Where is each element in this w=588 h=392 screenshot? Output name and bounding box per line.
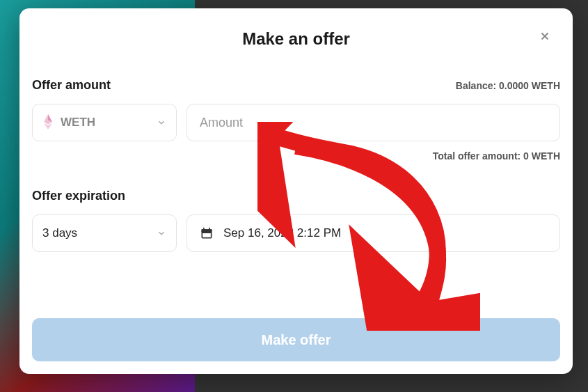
weth-icon: [42, 114, 54, 131]
svg-rect-4: [202, 233, 211, 237]
calendar-icon: [200, 226, 214, 240]
offer-amount-row: WETH: [32, 104, 560, 141]
offer-expiration-row: 3 days Sep 16, 2022 2:12 PM: [32, 214, 560, 252]
date-text: Sep 16, 2022 2:12 PM: [223, 226, 341, 240]
balance-text: Balance: 0.0000 WETH: [456, 80, 560, 91]
amount-input[interactable]: [186, 104, 560, 141]
chevron-down-icon: [157, 118, 166, 127]
offer-amount-header-row: Offer amount Balance: 0.0000 WETH: [32, 78, 560, 93]
date-picker[interactable]: Sep 16, 2022 2:12 PM: [186, 214, 560, 252]
svg-rect-3: [209, 228, 210, 230]
modal-title: Make an offer: [32, 29, 560, 49]
offer-amount-label: Offer amount: [32, 78, 111, 93]
make-offer-modal: Make an offer Offer amount Balance: 0.00…: [19, 8, 573, 374]
close-button[interactable]: [535, 26, 555, 46]
svg-rect-1: [202, 229, 212, 232]
currency-label: WETH: [61, 116, 150, 130]
total-offer-row: Total offer amount: 0 WETH: [32, 150, 560, 162]
currency-select[interactable]: WETH: [32, 104, 177, 141]
offer-expiration-label: Offer expiration: [32, 189, 560, 203]
modal-header: Make an offer: [32, 29, 560, 49]
duration-select[interactable]: 3 days: [32, 214, 177, 252]
make-offer-button[interactable]: Make offer: [32, 318, 560, 361]
chevron-down-icon: [157, 228, 166, 238]
close-icon: [539, 30, 551, 42]
svg-rect-2: [203, 228, 205, 230]
duration-label: 3 days: [42, 226, 150, 240]
total-offer-text: Total offer amount: 0 WETH: [433, 150, 560, 162]
